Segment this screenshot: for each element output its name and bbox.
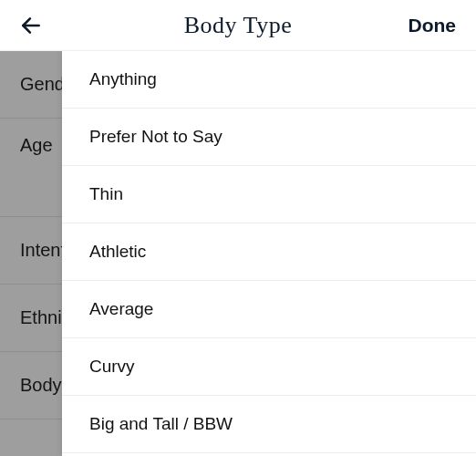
- page-title: Body Type: [184, 12, 292, 39]
- option-label: Average: [89, 299, 153, 319]
- option-label: Anything: [89, 69, 157, 89]
- option-prefer-not-to-say[interactable]: Prefer Not to Say: [62, 109, 476, 166]
- option-athletic[interactable]: Athletic: [62, 223, 476, 281]
- option-label: Prefer Not to Say: [89, 127, 222, 147]
- header: Body Type Done: [0, 0, 476, 51]
- arrow-left-icon: [19, 14, 43, 37]
- body-type-sheet: Anything Prefer Not to Say Thin Athletic…: [62, 51, 476, 456]
- option-big-and-tall-bbw[interactable]: Big and Tall / BBW: [62, 396, 476, 453]
- option-anything[interactable]: Anything: [62, 51, 476, 109]
- option-average[interactable]: Average: [62, 281, 476, 338]
- done-button[interactable]: Done: [409, 15, 457, 36]
- option-label: Big and Tall / BBW: [89, 414, 233, 434]
- option-label: Thin: [89, 184, 123, 204]
- option-curvy[interactable]: Curvy: [62, 338, 476, 396]
- option-thin[interactable]: Thin: [62, 166, 476, 223]
- option-label: Athletic: [89, 242, 146, 262]
- back-button[interactable]: [18, 13, 44, 38]
- option-label: Curvy: [89, 357, 135, 377]
